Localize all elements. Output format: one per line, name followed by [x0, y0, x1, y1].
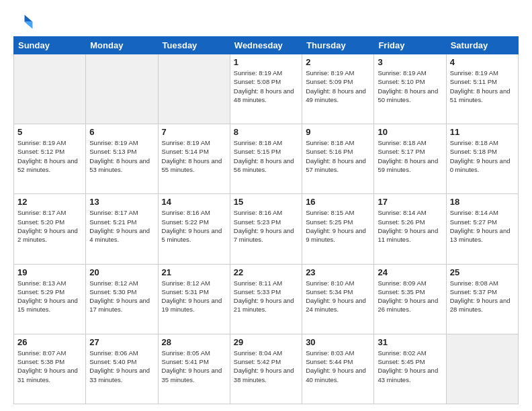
day-cell: 23Sunrise: 8:10 AMSunset: 5:34 PMDayligh… — [302, 264, 374, 334]
day-info: Sunrise: 8:14 AMSunset: 5:26 PMDaylight:… — [378, 208, 442, 244]
weekday-header-wednesday: Wednesday — [230, 37, 302, 54]
day-info: Sunrise: 8:10 AMSunset: 5:34 PMDaylight:… — [306, 279, 370, 314]
week-row-4: 19Sunrise: 8:13 AMSunset: 5:29 PMDayligh… — [14, 264, 519, 334]
day-info: Sunrise: 8:18 AMSunset: 5:17 PMDaylight:… — [378, 138, 442, 174]
weekday-header-friday: Friday — [374, 37, 446, 54]
day-cell: 7Sunrise: 8:19 AMSunset: 5:14 PMDaylight… — [158, 124, 230, 194]
day-info: Sunrise: 8:19 AMSunset: 5:09 PMDaylight:… — [306, 68, 370, 104]
svg-marker-0 — [25, 15, 33, 22]
day-info: Sunrise: 8:19 AMSunset: 5:14 PMDaylight:… — [162, 138, 226, 174]
day-cell: 27Sunrise: 8:06 AMSunset: 5:40 PMDayligh… — [86, 334, 158, 404]
day-number: 2 — [306, 57, 370, 67]
day-info: Sunrise: 8:17 AMSunset: 5:21 PMDaylight:… — [89, 208, 154, 244]
day-cell: 12Sunrise: 8:17 AMSunset: 5:20 PMDayligh… — [14, 194, 86, 264]
day-cell: 17Sunrise: 8:14 AMSunset: 5:26 PMDayligh… — [374, 194, 446, 264]
header — [13, 11, 519, 31]
week-row-1: 1Sunrise: 8:19 AMSunset: 5:08 PMDaylight… — [14, 54, 519, 124]
weekday-header-sunday: Sunday — [14, 37, 86, 54]
day-cell: 24Sunrise: 8:09 AMSunset: 5:35 PMDayligh… — [374, 264, 446, 334]
day-number: 25 — [450, 267, 515, 277]
day-cell: 20Sunrise: 8:12 AMSunset: 5:30 PMDayligh… — [86, 264, 158, 334]
day-number: 27 — [89, 337, 154, 347]
logo-icon — [13, 11, 34, 31]
weekday-header-tuesday: Tuesday — [158, 37, 230, 54]
day-cell: 11Sunrise: 8:18 AMSunset: 5:18 PMDayligh… — [446, 124, 518, 194]
day-cell: 26Sunrise: 8:07 AMSunset: 5:38 PMDayligh… — [14, 334, 86, 404]
week-row-5: 26Sunrise: 8:07 AMSunset: 5:38 PMDayligh… — [14, 334, 519, 404]
day-info: Sunrise: 8:12 AMSunset: 5:30 PMDaylight:… — [89, 279, 154, 314]
day-number: 21 — [162, 267, 226, 277]
day-number: 14 — [162, 197, 226, 207]
day-info: Sunrise: 8:08 AMSunset: 5:37 PMDaylight:… — [450, 279, 515, 314]
day-number: 29 — [234, 337, 298, 347]
day-number: 13 — [89, 197, 154, 207]
day-number: 22 — [234, 267, 298, 277]
day-info: Sunrise: 8:19 AMSunset: 5:10 PMDaylight:… — [378, 68, 442, 104]
day-number: 20 — [89, 267, 154, 277]
day-cell — [86, 54, 158, 124]
day-info: Sunrise: 8:19 AMSunset: 5:11 PMDaylight:… — [450, 68, 515, 104]
day-number: 9 — [306, 127, 370, 137]
day-cell: 16Sunrise: 8:15 AMSunset: 5:25 PMDayligh… — [302, 194, 374, 264]
day-cell: 22Sunrise: 8:11 AMSunset: 5:33 PMDayligh… — [230, 264, 302, 334]
day-number: 26 — [17, 337, 82, 347]
day-number: 7 — [162, 127, 226, 137]
day-number: 19 — [17, 267, 82, 277]
week-row-2: 5Sunrise: 8:19 AMSunset: 5:12 PMDaylight… — [14, 124, 519, 194]
day-number: 1 — [234, 57, 298, 67]
day-cell: 8Sunrise: 8:18 AMSunset: 5:15 PMDaylight… — [230, 124, 302, 194]
day-info: Sunrise: 8:16 AMSunset: 5:23 PMDaylight:… — [234, 208, 298, 244]
day-number: 6 — [89, 127, 154, 137]
day-info: Sunrise: 8:19 AMSunset: 5:12 PMDaylight:… — [17, 138, 82, 174]
day-cell: 30Sunrise: 8:03 AMSunset: 5:44 PMDayligh… — [302, 334, 374, 404]
weekday-header-thursday: Thursday — [302, 37, 374, 54]
day-number: 4 — [450, 57, 515, 67]
day-number: 8 — [234, 127, 298, 137]
day-cell: 29Sunrise: 8:04 AMSunset: 5:42 PMDayligh… — [230, 334, 302, 404]
day-cell: 21Sunrise: 8:12 AMSunset: 5:31 PMDayligh… — [158, 264, 230, 334]
day-cell: 19Sunrise: 8:13 AMSunset: 5:29 PMDayligh… — [14, 264, 86, 334]
day-cell: 3Sunrise: 8:19 AMSunset: 5:10 PMDaylight… — [374, 54, 446, 124]
day-cell: 15Sunrise: 8:16 AMSunset: 5:23 PMDayligh… — [230, 194, 302, 264]
svg-marker-1 — [25, 22, 33, 30]
week-row-3: 12Sunrise: 8:17 AMSunset: 5:20 PMDayligh… — [14, 194, 519, 264]
day-info: Sunrise: 8:18 AMSunset: 5:18 PMDaylight:… — [450, 138, 515, 174]
day-number: 31 — [378, 337, 442, 347]
weekday-header-row: SundayMondayTuesdayWednesdayThursdayFrid… — [14, 37, 519, 54]
day-cell: 31Sunrise: 8:02 AMSunset: 5:45 PMDayligh… — [374, 334, 446, 404]
day-cell: 28Sunrise: 8:05 AMSunset: 5:41 PMDayligh… — [158, 334, 230, 404]
day-info: Sunrise: 8:15 AMSunset: 5:25 PMDaylight:… — [306, 208, 370, 244]
weekday-header-saturday: Saturday — [446, 37, 518, 54]
day-cell — [158, 54, 230, 124]
day-info: Sunrise: 8:12 AMSunset: 5:31 PMDaylight:… — [162, 279, 226, 314]
day-info: Sunrise: 8:17 AMSunset: 5:20 PMDaylight:… — [17, 208, 82, 244]
day-cell: 6Sunrise: 8:19 AMSunset: 5:13 PMDaylight… — [86, 124, 158, 194]
day-cell: 18Sunrise: 8:14 AMSunset: 5:27 PMDayligh… — [446, 194, 518, 264]
day-number: 28 — [162, 337, 226, 347]
weekday-header-monday: Monday — [86, 37, 158, 54]
day-cell: 4Sunrise: 8:19 AMSunset: 5:11 PMDaylight… — [446, 54, 518, 124]
day-cell: 10Sunrise: 8:18 AMSunset: 5:17 PMDayligh… — [374, 124, 446, 194]
day-info: Sunrise: 8:02 AMSunset: 5:45 PMDaylight:… — [378, 349, 442, 384]
day-number: 15 — [234, 197, 298, 207]
day-number: 30 — [306, 337, 370, 347]
day-cell: 1Sunrise: 8:19 AMSunset: 5:08 PMDaylight… — [230, 54, 302, 124]
day-info: Sunrise: 8:09 AMSunset: 5:35 PMDaylight:… — [378, 279, 442, 314]
day-info: Sunrise: 8:18 AMSunset: 5:16 PMDaylight:… — [306, 138, 370, 174]
page: SundayMondayTuesdayWednesdayThursdayFrid… — [0, 0, 532, 411]
day-number: 23 — [306, 267, 370, 277]
day-info: Sunrise: 8:16 AMSunset: 5:22 PMDaylight:… — [162, 208, 226, 244]
day-cell: 25Sunrise: 8:08 AMSunset: 5:37 PMDayligh… — [446, 264, 518, 334]
day-cell: 2Sunrise: 8:19 AMSunset: 5:09 PMDaylight… — [302, 54, 374, 124]
day-info: Sunrise: 8:14 AMSunset: 5:27 PMDaylight:… — [450, 208, 515, 244]
day-number: 11 — [450, 127, 515, 137]
day-info: Sunrise: 8:19 AMSunset: 5:08 PMDaylight:… — [234, 68, 298, 104]
day-cell — [14, 54, 86, 124]
day-info: Sunrise: 8:19 AMSunset: 5:13 PMDaylight:… — [89, 138, 154, 174]
calendar-table: SundayMondayTuesdayWednesdayThursdayFrid… — [13, 36, 519, 404]
day-number: 10 — [378, 127, 442, 137]
logo — [13, 11, 36, 31]
day-info: Sunrise: 8:11 AMSunset: 5:33 PMDaylight:… — [234, 279, 298, 314]
day-info: Sunrise: 8:06 AMSunset: 5:40 PMDaylight:… — [89, 349, 154, 384]
day-cell: 14Sunrise: 8:16 AMSunset: 5:22 PMDayligh… — [158, 194, 230, 264]
